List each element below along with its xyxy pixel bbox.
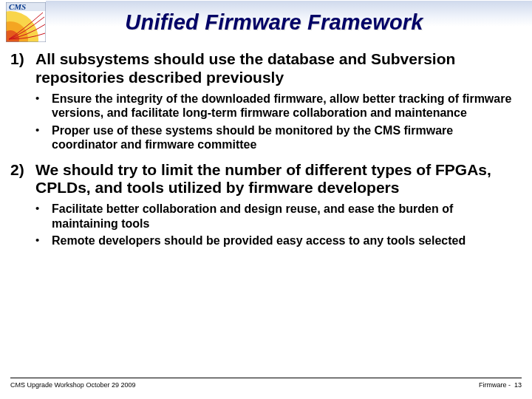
list-number: 1: [10, 50, 35, 68]
cms-logo: CMS: [6, 2, 46, 42]
bullet-icon: •: [10, 233, 52, 247]
sub-list-item: • Proper use of these systems should be …: [10, 123, 522, 152]
footer-left-text: CMS Upgrade Workshop October 29 2009: [10, 381, 135, 389]
bullet-icon: •: [10, 92, 52, 105]
bullet-icon: •: [10, 202, 52, 215]
sub-list-text: Facilitate better collaboration and desi…: [52, 202, 522, 231]
sub-list-text: Ensure the integrity of the downloaded f…: [52, 92, 522, 120]
slide-title: Unified Firmware Framework: [125, 10, 423, 35]
slide-body: 1 All subsystems should use the database…: [0, 44, 532, 399]
slide: CMS U: [0, 0, 532, 399]
sub-list-text: Proper use of these systems should be mo…: [52, 123, 522, 152]
bullet-icon: •: [10, 123, 52, 137]
footer-label: Firmware -: [479, 381, 513, 389]
list-item-text: All subsystems should use the database a…: [35, 50, 522, 87]
footer-right: Firmware - 13: [479, 381, 522, 389]
footer-divider: [10, 378, 522, 378]
sub-list-text: Remote developers should be provided eas…: [52, 233, 471, 248]
list-item: 1 All subsystems should use the database…: [10, 50, 522, 152]
sub-list-item: • Ensure the integrity of the downloaded…: [10, 92, 522, 120]
logo-text: CMS: [9, 2, 26, 11]
sub-list-item: • Remote developers should be provided e…: [10, 233, 522, 248]
slide-footer: CMS Upgrade Workshop October 29 2009 Fir…: [0, 378, 532, 389]
list-item-text: We should try to limit the number of dif…: [35, 161, 522, 198]
numbered-list: 1 All subsystems should use the database…: [10, 50, 522, 248]
sub-list-item: • Facilitate better collaboration and de…: [10, 202, 522, 231]
list-item: 2 We should try to limit the number of d…: [10, 161, 522, 248]
slide-header: CMS U: [0, 0, 532, 44]
title-bar: Unified Firmware Framework: [46, 1, 532, 44]
sub-list: • Ensure the integrity of the downloaded…: [10, 92, 522, 152]
page-number: 13: [514, 381, 522, 389]
cms-logo-icon: CMS: [6, 2, 46, 42]
sub-list: • Facilitate better collaboration and de…: [10, 202, 522, 248]
list-number: 2: [10, 161, 35, 179]
